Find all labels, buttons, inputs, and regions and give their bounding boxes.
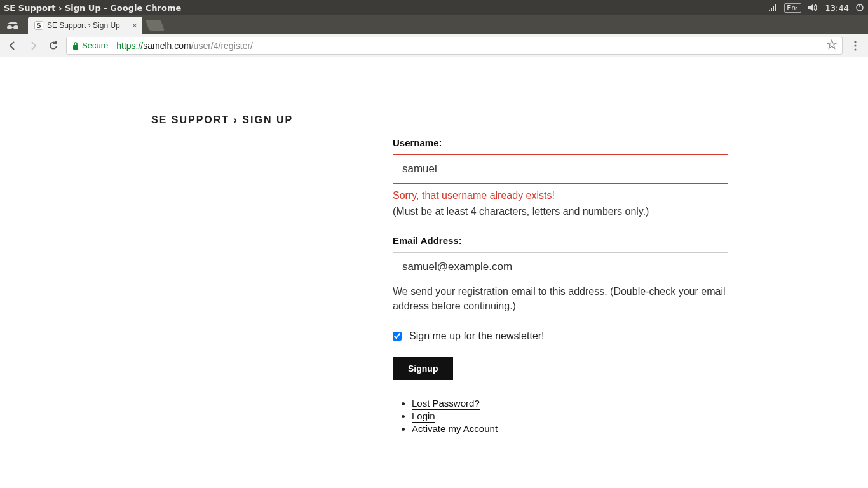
username-hint: (Must be at least 4 characters, letters … [393, 204, 728, 219]
username-field: Username: Sorry, that username already e… [393, 137, 728, 219]
svg-point-10 [854, 41, 856, 43]
tab-strip: S SE Support › Sign Up × [0, 15, 868, 34]
network-icon[interactable] [769, 3, 778, 12]
aux-links: Lost Password? Login Activate my Account [393, 398, 728, 434]
browser-tab[interactable]: S SE Support › Sign Up × [28, 17, 142, 34]
lost-password-link[interactable]: Lost Password? [412, 398, 480, 410]
back-button[interactable] [5, 38, 20, 53]
language-indicator[interactable]: En₁ [784, 3, 801, 13]
list-item: Lost Password? [412, 398, 728, 409]
svg-rect-1 [771, 8, 772, 11]
url-text: https://samelh.com/user/4/register/ [116, 41, 823, 51]
lock-icon [72, 41, 79, 50]
signup-form: Username: Sorry, that username already e… [393, 137, 728, 434]
email-field: Email Address: We send your registration… [393, 235, 728, 313]
newsletter-checkbox[interactable] [393, 332, 402, 341]
address-bar[interactable]: Secure https://samelh.com/user/4/registe… [66, 37, 843, 55]
email-hint: We send your registration email to this … [393, 284, 728, 313]
desktop-panel: SE Support › Sign Up - Google Chrome En₁… [0, 0, 868, 15]
svg-rect-0 [769, 10, 770, 11]
list-item: Activate my Account [412, 423, 728, 434]
username-error: Sorry, that username already exists! [393, 190, 728, 201]
browser-toolbar: Secure https://samelh.com/user/4/registe… [0, 34, 868, 57]
email-label: Email Address: [393, 235, 728, 246]
login-link[interactable]: Login [412, 410, 435, 423]
svg-point-6 [7, 25, 12, 29]
forward-button[interactable] [25, 38, 41, 53]
activate-account-link[interactable]: Activate my Account [412, 423, 498, 435]
new-tab-button[interactable] [146, 20, 165, 31]
page-viewport[interactable]: SE SUPPORT › SIGN UP Username: Sorry, th… [0, 57, 868, 488]
system-tray: En₁ 13:44 [769, 3, 864, 13]
list-item: Login [412, 410, 728, 421]
page-title: SE SUPPORT › SIGN UP [151, 114, 717, 126]
newsletter-row: Sign me up for the newsletter! [393, 330, 728, 342]
svg-rect-2 [773, 6, 774, 11]
secure-label: Secure [82, 41, 108, 50]
bookmark-star-icon[interactable] [827, 39, 837, 51]
email-input[interactable] [393, 252, 728, 281]
svg-point-7 [13, 25, 18, 29]
svg-rect-9 [73, 45, 78, 50]
svg-point-12 [854, 48, 856, 50]
chrome-menu-button[interactable] [848, 41, 863, 51]
username-input[interactable] [393, 154, 728, 184]
reload-button[interactable] [46, 38, 61, 53]
volume-icon[interactable] [808, 3, 819, 12]
username-label: Username: [393, 137, 728, 148]
tab-favicon: S [34, 21, 43, 30]
secure-indicator: Secure [72, 41, 108, 50]
tab-close-icon[interactable]: × [132, 20, 137, 30]
svg-rect-3 [775, 4, 776, 11]
power-icon[interactable] [855, 3, 864, 12]
clock[interactable]: 13:44 [825, 3, 849, 13]
svg-rect-8 [11, 27, 14, 28]
page-content: SE SUPPORT › SIGN UP Username: Sorry, th… [145, 57, 723, 487]
newsletter-label: Sign me up for the newsletter! [409, 330, 545, 342]
signup-button[interactable]: Signup [393, 357, 453, 380]
window-title: SE Support › Sign Up - Google Chrome [4, 3, 769, 13]
incognito-icon [0, 15, 25, 34]
browser-window: S SE Support › Sign Up × Secure https://… [0, 15, 868, 488]
tab-title: SE Support › Sign Up [47, 21, 120, 30]
svg-point-11 [854, 44, 856, 46]
separator [112, 40, 112, 51]
